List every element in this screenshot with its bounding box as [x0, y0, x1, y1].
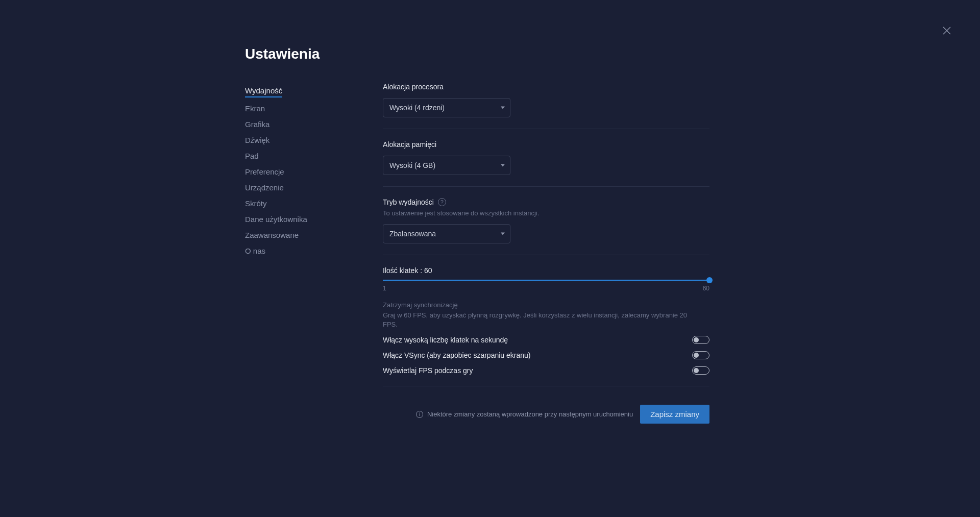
- showfps-toggle[interactable]: [692, 366, 709, 375]
- toggle-row-showfps: Wyświetlaj FPS podczas gry: [383, 366, 709, 375]
- fps-sub: Zatrzymaj synchronizację: [383, 301, 709, 309]
- chevron-down-icon: [501, 107, 505, 109]
- vsync-label: Włącz VSync (aby zapobiec szarpaniu ekra…: [383, 351, 530, 359]
- cpu-select[interactable]: Wysoki (4 rdzeni): [383, 98, 510, 117]
- cpu-select-value: Wysoki (4 rdzeni): [389, 104, 445, 112]
- fps-label-prefix: Ilość klatek :: [383, 266, 424, 275]
- footer: i Niektóre zmiany zostaną wprowadzone pr…: [383, 405, 709, 424]
- sidebar-item-advanced[interactable]: Zaawansowane: [245, 227, 337, 243]
- perfmode-select-value: Zbalansowana: [389, 230, 436, 238]
- toggle-row-vsync: Włącz VSync (aby zapobiec szarpaniu ekra…: [383, 351, 709, 359]
- sidebar-item-about[interactable]: O nas: [245, 243, 337, 259]
- sidebar-item-graphics[interactable]: Grafika: [245, 116, 337, 132]
- perfmode-desc: To ustawienie jest stosowane do wszystki…: [383, 209, 709, 217]
- section-fps: Ilość klatek : 60 1 60 Zatrzymaj synchro…: [383, 266, 709, 386]
- memory-label: Alokacja pamięci: [383, 140, 709, 149]
- footer-info: i Niektóre zmiany zostaną wprowadzone pr…: [416, 410, 633, 418]
- settings-content: Alokacja procesora Wysoki (4 rdzeni) Alo…: [383, 83, 709, 424]
- memory-select[interactable]: Wysoki (4 GB): [383, 156, 510, 175]
- page-title: Ustawienia: [245, 46, 980, 62]
- memory-select-value: Wysoki (4 GB): [389, 161, 435, 169]
- perfmode-select[interactable]: Zbalansowana: [383, 224, 510, 243]
- section-cpu: Alokacja procesora Wysoki (4 rdzeni): [383, 83, 709, 129]
- sidebar-item-performance[interactable]: Wydajność: [245, 83, 282, 97]
- save-button[interactable]: Zapisz zmiany: [640, 405, 709, 424]
- sidebar-item-sound[interactable]: Dźwięk: [245, 132, 337, 148]
- fps-scale: 1 60: [383, 285, 709, 292]
- hifps-toggle[interactable]: [692, 336, 709, 344]
- fps-label: Ilość klatek : 60: [383, 266, 709, 275]
- hifps-label: Włącz wysoką liczbę klatek na sekundę: [383, 336, 508, 344]
- close-icon: [942, 26, 952, 36]
- chevron-down-icon: [501, 233, 505, 235]
- sidebar-item-preferences[interactable]: Preferencje: [245, 164, 337, 180]
- vsync-toggle[interactable]: [692, 351, 709, 359]
- fps-slider[interactable]: [383, 280, 709, 281]
- showfps-label: Wyświetlaj FPS podczas gry: [383, 366, 473, 375]
- perfmode-label: Tryb wydajności ?: [383, 198, 709, 206]
- cpu-label: Alokacja procesora: [383, 83, 709, 91]
- sidebar-item-userdata[interactable]: Dane użytkownika: [245, 211, 337, 227]
- toggle-row-hifps: Włącz wysoką liczbę klatek na sekundę: [383, 336, 709, 344]
- sidebar-item-device[interactable]: Urządzenie: [245, 180, 337, 195]
- perfmode-label-text: Tryb wydajności: [383, 198, 434, 206]
- chevron-down-icon: [501, 164, 505, 167]
- fps-max: 60: [703, 285, 709, 292]
- fps-min: 1: [383, 285, 386, 292]
- info-icon: i: [416, 411, 423, 418]
- fps-value: 60: [424, 266, 432, 275]
- fps-help: Graj w 60 FPS, aby uzyskać płynną rozgry…: [383, 311, 699, 329]
- fps-slider-thumb[interactable]: [706, 277, 713, 283]
- settings-sidebar: Wydajność Ekran Grafika Dźwięk Pad Prefe…: [245, 83, 337, 424]
- section-memory: Alokacja pamięci Wysoki (4 GB): [383, 140, 709, 187]
- sidebar-item-shortcuts[interactable]: Skróty: [245, 195, 337, 211]
- close-button[interactable]: [942, 26, 952, 36]
- footer-info-text: Niektóre zmiany zostaną wprowadzone przy…: [427, 410, 633, 418]
- sidebar-item-pad[interactable]: Pad: [245, 148, 337, 164]
- section-perfmode: Tryb wydajności ? To ustawienie jest sto…: [383, 198, 709, 255]
- help-icon[interactable]: ?: [438, 198, 446, 206]
- sidebar-item-display[interactable]: Ekran: [245, 101, 337, 116]
